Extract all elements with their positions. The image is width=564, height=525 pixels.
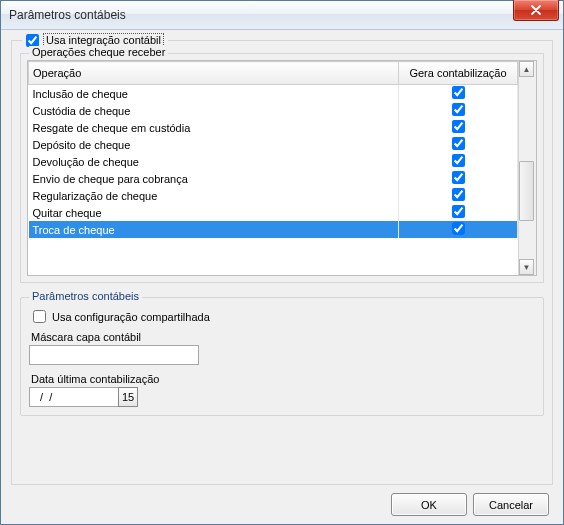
generate-checkbox[interactable] (452, 205, 465, 218)
cell-operation: Quitar cheque (29, 204, 399, 221)
cell-operation: Devolução de cheque (29, 153, 399, 170)
table-row[interactable]: Custódia de cheque (29, 102, 518, 119)
shared-config-label[interactable]: Usa configuração compartilhada (52, 311, 210, 323)
close-button[interactable] (513, 0, 559, 21)
generate-checkbox[interactable] (452, 222, 465, 235)
close-icon (531, 5, 541, 15)
table-row[interactable]: Resgate de cheque em custódia (29, 119, 518, 136)
date-label: Data última contabilização (31, 373, 535, 385)
generate-checkbox[interactable] (452, 120, 465, 133)
table-row[interactable]: Inclusão de cheque (29, 85, 518, 103)
cell-generate (399, 136, 518, 153)
params-legend: Parâmetros contábeis (29, 290, 142, 302)
cell-generate (399, 119, 518, 136)
table-row[interactable]: Quitar cheque (29, 204, 518, 221)
scroll-up-arrow[interactable]: ▲ (519, 61, 534, 77)
integration-groupbox: Usa integração contábil Operações cheque… (11, 40, 553, 485)
cell-generate (399, 170, 518, 187)
date-input[interactable] (29, 387, 119, 407)
ok-button[interactable]: OK (391, 493, 467, 516)
generate-checkbox[interactable] (452, 154, 465, 167)
mask-input[interactable] (29, 345, 199, 365)
generate-checkbox[interactable] (452, 137, 465, 150)
cell-operation: Inclusão de cheque (29, 85, 399, 103)
operations-table: Operação Gera contabilização Inclusão de… (28, 61, 518, 238)
operations-table-wrap: Operação Gera contabilização Inclusão de… (28, 61, 518, 275)
generate-checkbox[interactable] (452, 171, 465, 184)
cell-generate (399, 102, 518, 119)
use-integration-checkbox[interactable] (26, 34, 39, 47)
params-groupbox: Parâmetros contábeis Usa configuração co… (20, 297, 544, 416)
cell-generate (399, 204, 518, 221)
titlebar: Parâmetros contábeis (1, 1, 563, 30)
cell-operation: Resgate de cheque em custódia (29, 119, 399, 136)
table-row[interactable]: Regularização de cheque (29, 187, 518, 204)
calendar-icon: 15 (122, 391, 134, 403)
col-header-operation[interactable]: Operação (29, 62, 399, 85)
date-field: 15 (29, 387, 535, 407)
window-title: Parâmetros contábeis (9, 8, 126, 22)
scroll-thumb[interactable] (519, 161, 534, 221)
shared-config-row: Usa configuração compartilhada (33, 310, 535, 323)
cell-generate (399, 221, 518, 238)
vertical-scrollbar[interactable]: ▲ ▼ (518, 61, 536, 275)
generate-checkbox[interactable] (452, 188, 465, 201)
table-row[interactable]: Troca de cheque (29, 221, 518, 238)
generate-checkbox[interactable] (452, 103, 465, 116)
cell-generate (399, 85, 518, 103)
mask-label: Máscara capa contábil (31, 331, 535, 343)
cell-operation: Envio de cheque para cobrança (29, 170, 399, 187)
cell-operation: Regularização de cheque (29, 187, 399, 204)
shared-config-checkbox[interactable] (33, 310, 46, 323)
generate-checkbox[interactable] (452, 86, 465, 99)
cell-operation: Depósito de cheque (29, 136, 399, 153)
cell-operation: Custódia de cheque (29, 102, 399, 119)
scroll-down-arrow[interactable]: ▼ (519, 259, 534, 275)
operations-groupbox: Operações cheque receber Operação Gera c… (20, 53, 544, 283)
operations-grid: Operação Gera contabilização Inclusão de… (27, 60, 537, 276)
table-row[interactable]: Depósito de cheque (29, 136, 518, 153)
operations-legend: Operações cheque receber (29, 46, 168, 58)
date-picker-button[interactable]: 15 (118, 387, 138, 407)
use-integration-label[interactable]: Usa integração contábil (43, 33, 164, 47)
cell-operation: Troca de cheque (29, 221, 399, 238)
cancel-button[interactable]: Cancelar (473, 493, 549, 516)
table-row[interactable]: Devolução de cheque (29, 153, 518, 170)
dialog-buttons: OK Cancelar (11, 485, 553, 516)
dialog-window: Parâmetros contábeis Usa integração cont… (0, 0, 564, 525)
table-row[interactable]: Envio de cheque para cobrança (29, 170, 518, 187)
col-header-generate[interactable]: Gera contabilização (399, 62, 518, 85)
cell-generate (399, 153, 518, 170)
client-area: Usa integração contábil Operações cheque… (1, 30, 563, 524)
use-integration-row: Usa integração contábil (22, 33, 168, 47)
cell-generate (399, 187, 518, 204)
